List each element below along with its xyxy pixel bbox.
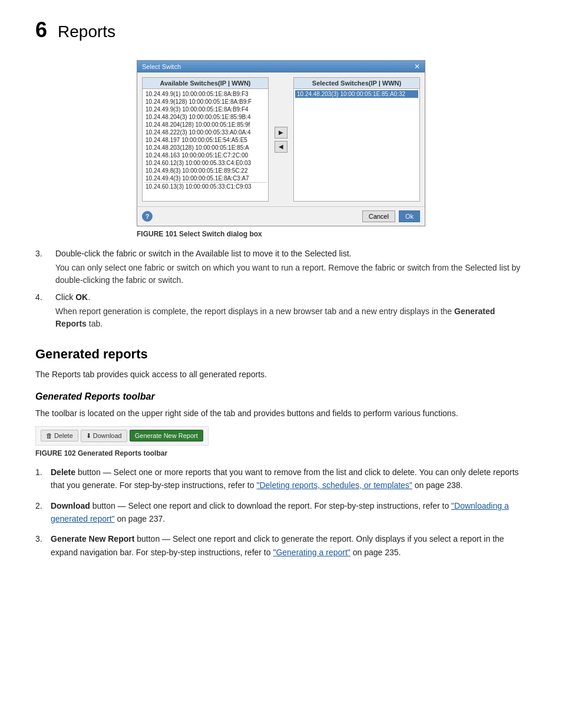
item-2-num: 2. (35, 499, 46, 526)
available-panel-header: Available Switches(IP | WWN) (143, 78, 268, 89)
item-1: 1. Delete button — Select one or more re… (35, 466, 527, 492)
item-2: 2. Download button — Select one report a… (35, 499, 527, 526)
list-item[interactable]: 10.24.48.204(128) 10:00:00:05:1E:85:9f (144, 121, 267, 129)
generated-reports-heading: Generated reports (35, 347, 527, 362)
toolbar-subsection-heading: Generated Reports toolbar (35, 391, 527, 402)
list-item[interactable]: 10.24.49.4(3) 10:00:00:05.1E:8A:C3:A7 (144, 174, 267, 182)
list-item[interactable]: 10.24.48.203(128) 10:00:00:05:1E:85:A (144, 144, 267, 151)
item-3-bold: Generate New Report (51, 534, 134, 543)
step-4-num: 4. (35, 292, 49, 330)
item-3-num: 3. (35, 532, 46, 559)
item-1-link[interactable]: "Deleting reports, schedules, or templat… (256, 480, 412, 490)
list-item[interactable]: 10.24.49.8(3) 10:00:00:05:1E:89:5C:22 (144, 167, 267, 174)
list-item[interactable]: 10.24.60.12(3) 10:00:00:05.33:C4:E0:03 (144, 159, 267, 167)
step-4-prefix: Click (55, 292, 75, 302)
list-item[interactable]: 10.24.49.9(3) 10:00:00:05:1E:8A:B9:F4 (144, 106, 267, 113)
generate-new-report-button[interactable]: Generate New Report (130, 430, 203, 442)
item-2-page: on page 237. (115, 514, 166, 523)
available-switches-list[interactable]: 10.24.49.9(1) 10:00:00:05:1E:8A:B9:F3 10… (143, 89, 268, 201)
step-3: 3. Double-click the fabric or switch in … (35, 249, 527, 286)
step-4-content: Click OK. When report generation is comp… (55, 292, 527, 330)
step-4-sub1: When report generation is complete, the … (55, 307, 454, 316)
delete-button[interactable]: 🗑 Delete (41, 430, 78, 442)
item-1-content: Delete button — Select one or more repor… (51, 466, 527, 492)
available-switches-panel: Available Switches(IP | WWN) 10.24.49.9(… (142, 77, 269, 202)
item-3: 3. Generate New Report button — Select o… (35, 532, 527, 559)
item-1-bold: Delete (51, 467, 75, 477)
toolbar-figure: 🗑 Delete ⬇ Download Generate New Report (35, 426, 209, 446)
cancel-button[interactable]: Cancel (362, 210, 395, 222)
step-4-subtext: When report generation is complete, the … (55, 305, 527, 330)
ok-button[interactable]: Ok (399, 210, 420, 222)
list-item[interactable]: 10.24.49.9(1) 10:00:00:05:1E:8A:B9:F3 (144, 90, 267, 98)
figure-102-caption: FIGURE 102 Generated Reports toolbar (35, 449, 527, 457)
move-left-button[interactable]: ◀ (275, 141, 287, 153)
figure-102-label: FIGURE 102 Generated Reports toolbar (35, 449, 167, 457)
step-4-sub2: tab. (87, 319, 103, 328)
chapter-title: Reports (58, 22, 115, 41)
list-item[interactable]: 10.24.48.204(3) 10:00:00:05:1E:85:9B:4 (144, 113, 267, 121)
list-item[interactable]: 10.24.49.9(128) 10:00:00:05:1E:8A:B9:F (144, 98, 267, 106)
figure-101-container: Select Switch ✕ Available Switches(IP | … (35, 60, 527, 238)
dialog-body: Available Switches(IP | WWN) 10.24.49.9(… (137, 73, 425, 206)
chapter-number: 6 (35, 18, 47, 42)
step-4-suffix: . (88, 292, 90, 302)
list-item[interactable]: 10.24.48.222(3) 10:00:00:05:33:A0:0A:4 (144, 129, 267, 136)
footer-buttons: Cancel Ok (362, 210, 420, 222)
step-3-subtext: You can only select one fabric or switch… (55, 262, 527, 286)
item-3-link[interactable]: "Generating a report" (273, 548, 350, 557)
item-1-page: on page 238. (412, 480, 463, 490)
delete-icon: 🗑 (46, 432, 52, 439)
step-3-num: 3. (35, 249, 49, 286)
dialog-footer: ? Cancel Ok (137, 206, 425, 226)
item-2-content: Download button — Select one report and … (51, 499, 527, 526)
dialog-titlebar: Select Switch ✕ (137, 61, 425, 73)
step-3-content: Double-click the fabric or switch in the… (55, 249, 527, 286)
steps-list: 3. Double-click the fabric or switch in … (35, 249, 527, 330)
list-item[interactable]: 10.24.48.203(3) 10:00:00:05:1E:85:A0:32 (295, 90, 418, 98)
download-icon: ⬇ (86, 432, 91, 440)
close-icon[interactable]: ✕ (414, 62, 420, 71)
page-header: 6 Reports (35, 18, 527, 42)
caption-label: FIGURE 101 Select Switch dialog box (137, 230, 262, 238)
selected-switches-panel: Selected Switches(IP | WWN) 10.24.48.203… (293, 77, 420, 202)
download-label: Download (93, 432, 122, 439)
selected-panel-header: Selected Switches(IP | WWN) (294, 78, 419, 89)
toolbar-items-list: 1. Delete button — Select one or more re… (35, 466, 527, 559)
generate-label: Generate New Report (135, 432, 198, 439)
figure-101-caption: FIGURE 101 Select Switch dialog box (137, 230, 425, 238)
item-2-text: button — Select one report and click to … (90, 501, 451, 510)
generated-reports-body: The Reports tab provides quick access to… (35, 368, 527, 381)
list-item[interactable]: 10.24.48.163 10:00:00:05:1E:C7:2C:00 (144, 151, 267, 159)
item-2-bold: Download (51, 501, 90, 510)
step-3-text: Double-click the fabric or switch in the… (55, 249, 351, 258)
item-3-page: on page 235. (351, 548, 401, 557)
step-4-ok: OK (75, 292, 88, 302)
list-item[interactable]: 10.24.48.197 10:00:00:05:1E:54:A5:E5 (144, 136, 267, 144)
help-button[interactable]: ? (142, 211, 153, 222)
move-right-button[interactable]: ▶ (275, 127, 287, 139)
select-switch-dialog: Select Switch ✕ Available Switches(IP | … (137, 60, 425, 226)
toolbar-body-text: The toolbar is located on the upper righ… (35, 407, 527, 420)
list-item[interactable]: 10.24.60.13(3) 10:00:00:05:33:C1:C9:03 (144, 182, 267, 190)
dialog-title: Select Switch (142, 63, 181, 70)
download-button[interactable]: ⬇ Download (81, 430, 127, 442)
step-4: 4. Click OK. When report generation is c… (35, 292, 527, 330)
delete-label: Delete (54, 432, 73, 439)
transfer-arrows: ▶ ◀ (272, 77, 290, 202)
item-1-num: 1. (35, 466, 46, 492)
item-3-content: Generate New Report button — Select one … (51, 532, 527, 559)
selected-switches-list[interactable]: 10.24.48.203(3) 10:00:00:05:1E:85:A0:32 (294, 89, 419, 201)
